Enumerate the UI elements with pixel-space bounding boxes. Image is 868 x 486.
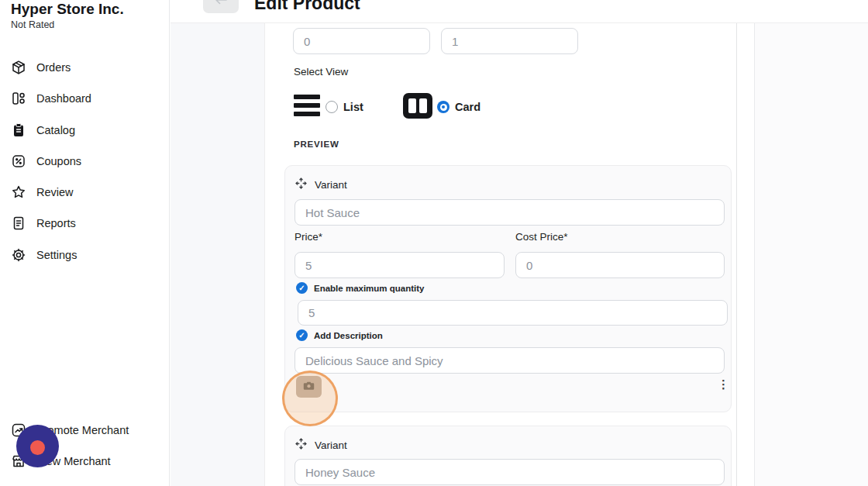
right-panel xyxy=(754,23,868,486)
sidebar-item-catalog[interactable]: Catalog xyxy=(11,122,75,139)
dashboard-icon xyxy=(11,91,26,106)
percent-icon xyxy=(11,153,26,169)
sidebar-item-reports[interactable]: Reports xyxy=(11,215,76,232)
list-view-icon[interactable] xyxy=(294,95,320,116)
gear-icon xyxy=(11,247,26,263)
check-icon: ✓ xyxy=(296,282,308,294)
document-icon xyxy=(11,215,26,231)
clipboard-icon xyxy=(11,122,26,138)
chat-launcher-button[interactable] xyxy=(16,425,59,467)
sidebar-item-label: Reports xyxy=(36,217,76,229)
variant-card-1: Variant Price* Cost Price* ✓ Enable maxi… xyxy=(284,165,732,412)
drag-move-icon[interactable] xyxy=(295,178,307,191)
back-button[interactable] xyxy=(203,0,239,13)
panel-gutter xyxy=(737,23,754,486)
sidebar-item-label: Review xyxy=(36,186,74,198)
sidebar-item-orders[interactable]: Orders xyxy=(11,59,71,76)
card-view-icon[interactable] xyxy=(403,93,432,119)
add-description-checkbox[interactable]: ✓ Add Description xyxy=(296,329,383,341)
list-view-radio[interactable] xyxy=(326,101,338,113)
content-area: Select View List Card PREVIEW Variant Pr… xyxy=(170,23,868,486)
drag-move-icon[interactable] xyxy=(295,438,307,452)
enable-max-quantity-checkbox[interactable]: ✓ Enable maximum quantity xyxy=(296,282,425,294)
sidebar-item-label: Dashboard xyxy=(36,92,91,105)
sidebar-item-dashboard[interactable]: Dashboard xyxy=(11,90,91,107)
sidebar-item-label: Coupons xyxy=(36,155,81,167)
sidebar-item-label: Catalog xyxy=(36,124,75,136)
description-input[interactable] xyxy=(294,347,725,374)
store-rating-status: Not Rated xyxy=(11,19,54,30)
numeric-field-2[interactable] xyxy=(441,28,578,54)
sidebar-item-review[interactable]: Review xyxy=(11,184,74,201)
chat-notification-dot xyxy=(30,440,45,455)
store-name: Hyper Store Inc. xyxy=(11,1,124,18)
enable-max-quantity-label: Enable maximum quantity xyxy=(314,284,425,293)
variant-title: Variant xyxy=(315,179,347,191)
variant-title: Variant xyxy=(315,439,347,451)
variant-card-header: Variant xyxy=(295,438,347,452)
variant-name-input[interactable] xyxy=(294,459,725,485)
edit-product-form: Select View List Card PREVIEW Variant Pr… xyxy=(264,23,737,486)
numeric-field-1[interactable] xyxy=(293,28,430,54)
cost-price-label: Cost Price* xyxy=(515,231,568,243)
variant-card-2: Variant xyxy=(284,426,732,486)
star-icon xyxy=(11,184,26,200)
price-label: Price* xyxy=(294,231,322,243)
camera-icon xyxy=(303,381,315,393)
select-view-label: Select View xyxy=(294,66,348,78)
card-view-radio[interactable] xyxy=(437,101,450,113)
sidebar-item-coupons[interactable]: Coupons xyxy=(11,153,81,170)
add-description-label: Add Description xyxy=(314,331,383,340)
sidebar: Hyper Store Inc. Not Rated Orders Dashbo… xyxy=(0,0,170,486)
page-title: Edit Product xyxy=(254,0,360,14)
card-view-option-label[interactable]: Card xyxy=(455,101,480,113)
preview-section-label: PREVIEW xyxy=(294,140,339,149)
edit-product-page: Hyper Store Inc. Not Rated Orders Dashbo… xyxy=(0,0,868,486)
sidebar-item-settings[interactable]: Settings xyxy=(11,246,77,264)
variant-name-input[interactable] xyxy=(294,199,725,226)
upload-image-button[interactable] xyxy=(296,376,322,398)
variant-menu-button[interactable]: ⋮ xyxy=(713,372,728,395)
check-icon: ✓ xyxy=(296,329,308,341)
price-input[interactable] xyxy=(294,252,505,278)
package-icon xyxy=(11,60,26,75)
kebab-icon: ⋮ xyxy=(718,377,729,391)
variant-card-header: Variant xyxy=(295,178,347,191)
sidebar-item-label: Orders xyxy=(36,61,71,74)
cost-price-input[interactable] xyxy=(515,252,725,278)
left-arrow-icon xyxy=(215,0,228,8)
sidebar-item-label: Settings xyxy=(36,249,77,261)
page-header: Edit Product xyxy=(170,0,868,23)
max-quantity-input[interactable] xyxy=(298,300,728,326)
list-view-option-label[interactable]: List xyxy=(343,101,363,113)
